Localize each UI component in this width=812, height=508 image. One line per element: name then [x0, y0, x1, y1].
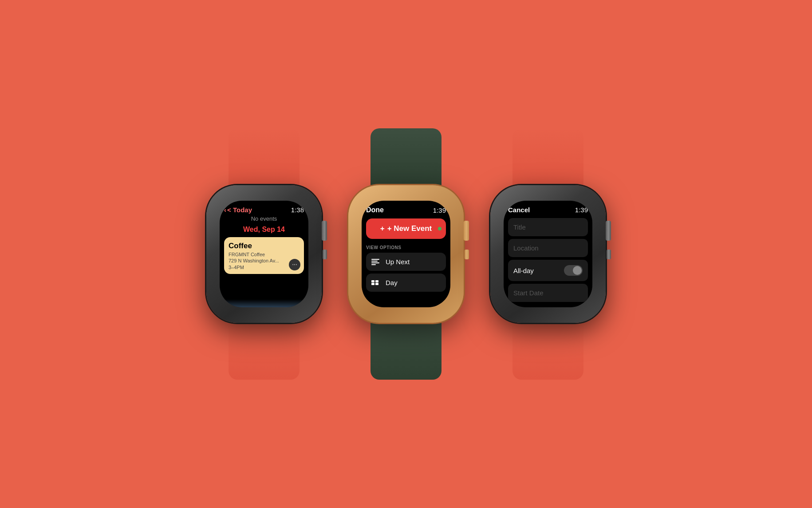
- watch3-time: 1:39: [575, 206, 588, 214]
- watch-button-1: [323, 250, 327, 259]
- event-card[interactable]: Coffee FRGMNT Coffee 729 N Washington Av…: [224, 237, 304, 274]
- start-date-label: Start Date: [513, 289, 544, 297]
- more-button[interactable]: ···: [289, 259, 300, 270]
- watch-crown-1: [322, 221, 327, 241]
- new-event-button[interactable]: + + New Event: [366, 218, 446, 239]
- allday-toggle[interactable]: [564, 265, 583, 276]
- cancel-button[interactable]: Cancel: [508, 206, 530, 214]
- watch-button-3: [607, 250, 611, 259]
- scroll-indicator: [220, 299, 308, 307]
- watch-1: ‹ < Today 1:38 No events Wed, Sep 14 Cof…: [206, 128, 322, 380]
- up-next-label: Up Next: [386, 258, 410, 266]
- back-button[interactable]: ‹ < Today: [224, 206, 252, 214]
- up-next-icon: [371, 259, 381, 265]
- plus-icon: +: [380, 224, 385, 233]
- screen1-content: ‹ < Today 1:38 No events Wed, Sep 14 Cof…: [220, 201, 308, 279]
- watch-body-2: Done 1:39 + + New Event VIEW OPTIONS: [348, 185, 464, 323]
- watch-case-3: Cancel 1:39 Title Location All-day: [490, 185, 606, 323]
- watch-screen-1: ‹ < Today 1:38 No events Wed, Sep 14 Cof…: [220, 201, 308, 307]
- watch1-time: 1:38: [291, 206, 304, 214]
- watch-crown-2: [464, 221, 469, 241]
- start-date-field[interactable]: Start Date: [508, 284, 588, 302]
- allday-label: All-day: [513, 267, 534, 274]
- watch-screen-3: Cancel 1:39 Title Location All-day: [504, 201, 592, 307]
- watch-body-3: Cancel 1:39 Title Location All-day: [490, 185, 606, 323]
- new-event-label: + New Event: [387, 224, 432, 233]
- screen1-header: ‹ < Today 1:38: [224, 206, 304, 214]
- watch-button-2: [465, 250, 469, 259]
- toggle-knob: [573, 266, 582, 275]
- watch-body-1: ‹ < Today 1:38 No events Wed, Sep 14 Cof…: [206, 185, 322, 323]
- watch-2: Done 1:39 + + New Event VIEW OPTIONS: [348, 128, 464, 380]
- title-placeholder: Title: [513, 223, 526, 231]
- screen3-header: Cancel 1:39: [508, 206, 588, 214]
- day-option[interactable]: Day: [366, 274, 446, 292]
- band-bottom-1: [229, 322, 300, 380]
- day-label: Day: [386, 279, 398, 286]
- screen2-header: Done 1:39: [366, 206, 446, 214]
- band-top-1: [229, 128, 300, 186]
- screen2-content: Done 1:39 + + New Event VIEW OPTIONS: [362, 201, 450, 300]
- allday-row: All-day: [508, 260, 588, 281]
- title-field[interactable]: Title: [508, 218, 588, 236]
- location-placeholder: Location: [513, 244, 539, 252]
- screen3-content: Cancel 1:39 Title Location All-day: [504, 201, 592, 307]
- watch-case-1: ‹ < Today 1:38 No events Wed, Sep 14 Cof…: [206, 185, 322, 323]
- band-bottom-3: [512, 322, 583, 380]
- chevron-left-icon: ‹: [224, 206, 226, 214]
- band-top-3: [512, 128, 583, 186]
- day-icon: [371, 280, 381, 285]
- view-options-label: VIEW OPTIONS: [366, 245, 446, 250]
- watch-3: Cancel 1:39 Title Location All-day: [490, 128, 606, 380]
- watch-screen-2: Done 1:39 + + New Event VIEW OPTIONS: [362, 201, 450, 307]
- watch2-time: 1:39: [433, 206, 446, 214]
- band-bottom-2: [371, 322, 441, 380]
- band-top-2: [371, 128, 441, 186]
- up-next-option[interactable]: Up Next: [366, 253, 446, 271]
- watch1-date: Wed, Sep 14: [224, 226, 304, 234]
- battery-dot: [438, 227, 441, 230]
- event-title: Coffee: [229, 242, 300, 250]
- done-button[interactable]: Done: [366, 206, 384, 214]
- watch-case-2: Done 1:39 + + New Event VIEW OPTIONS: [348, 185, 464, 323]
- today-label: < Today: [227, 206, 252, 214]
- no-events-label: No events: [224, 215, 304, 222]
- location-field[interactable]: Location: [508, 239, 588, 257]
- event-location-line1: FRGMNT Coffee: [229, 251, 300, 258]
- watch-crown-3: [606, 221, 611, 241]
